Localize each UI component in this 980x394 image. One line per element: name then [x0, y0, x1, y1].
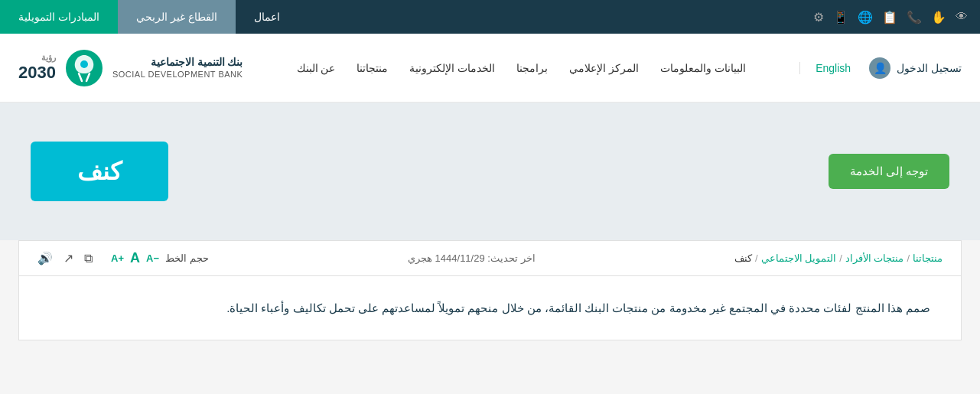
- breadcrumb-social-finance[interactable]: التمويل الاجتماعي: [761, 252, 837, 264]
- nav-products[interactable]: منتجاتنا: [357, 62, 388, 74]
- toolbar-icons: ⧉ ↗ 🔊: [37, 251, 93, 265]
- nav-media[interactable]: المركز الإعلامي: [569, 62, 639, 74]
- hero-section: توجه إلى الخدمة كنف: [0, 103, 980, 240]
- main-header: تسجيل الدخول 👤 English البيانات والمعلوم…: [0, 34, 980, 103]
- breadcrumb-current: كنف: [734, 252, 752, 264]
- logo-text: بنك التنمية الاجتماعية SOCIAL DEVELOPMEN…: [112, 55, 243, 80]
- header-right: بنك التنمية الاجتماعية SOCIAL DEVELOPMEN…: [18, 49, 243, 87]
- network-icon[interactable]: 🌐: [858, 10, 873, 24]
- last-updated: اخر تحديث: 1444/11/29 هجري: [408, 252, 536, 264]
- audio-icon[interactable]: 🔊: [37, 251, 53, 265]
- font-decrease-button[interactable]: −A: [146, 252, 159, 264]
- top-navigation: 👁 ✋ 📞 📋 🌐 📱 ⚙ اعمال القطاع غير الربحي ال…: [0, 0, 980, 34]
- logo-english: SOCIAL DEVELOPMENT BANK: [112, 69, 243, 80]
- hero-title: كنف: [31, 142, 168, 201]
- main-navigation: البيانات والمعلومات المركز الإعلامي برام…: [297, 62, 747, 74]
- logo-area: بنك التنمية الاجتماعية SOCIAL DEVELOPMEN…: [18, 49, 243, 87]
- top-nav-nonprofit[interactable]: القطاع غير الربحي: [118, 0, 236, 34]
- nav-eservices[interactable]: الخدمات الإلكترونية: [409, 62, 495, 74]
- user-avatar-icon: 👤: [869, 57, 890, 79]
- toolbar-section: منتجاتنا / منتجات الأفراد / التمويل الاج…: [18, 240, 962, 276]
- top-nav-icons-group: 👁 ✋ 📞 📋 🌐 📱 ⚙: [298, 0, 980, 34]
- service-button[interactable]: توجه إلى الخدمة: [829, 154, 949, 189]
- nav-about[interactable]: عن البنك: [297, 62, 336, 74]
- nav-programs[interactable]: برامجنا: [516, 62, 548, 74]
- header-left: تسجيل الدخول 👤 English: [799, 57, 962, 79]
- font-normal-button[interactable]: A: [130, 250, 140, 266]
- font-increase-button[interactable]: +A: [111, 252, 124, 264]
- breadcrumb-home[interactable]: منتجاتنا: [913, 252, 943, 264]
- eye-icon[interactable]: 👁: [956, 10, 968, 24]
- hand-icon[interactable]: ✋: [931, 10, 946, 24]
- bank-logo-icon: [65, 49, 103, 87]
- nav-data[interactable]: البيانات والمعلومات: [660, 62, 746, 74]
- breadcrumb-sep-3: /: [755, 252, 758, 264]
- logo-arabic: بنك التنمية الاجتماعية: [112, 55, 243, 69]
- content-text: صمم هذا المنتج لفئات محددة في المجتمع غي…: [50, 298, 930, 318]
- breadcrumb-individuals[interactable]: منتجات الأفراد: [845, 252, 904, 264]
- svg-point-1: [80, 60, 88, 68]
- vision-2030-logo: رؤية 2030: [18, 53, 56, 83]
- login-label: تسجيل الدخول: [897, 62, 962, 74]
- breadcrumb: منتجاتنا / منتجات الأفراد / التمويل الاج…: [734, 252, 943, 264]
- font-size-control: حجم الخط −A A +A: [111, 250, 209, 266]
- share-icon[interactable]: ↗: [63, 251, 73, 265]
- breadcrumb-sep-2: /: [839, 252, 842, 264]
- top-nav-initiatives[interactable]: المبادرات التمويلية: [0, 0, 118, 34]
- content-section: صمم هذا المنتج لفئات محددة في المجتمع غي…: [18, 276, 962, 340]
- login-button[interactable]: تسجيل الدخول 👤: [869, 57, 962, 79]
- mobile-icon[interactable]: 📱: [833, 10, 848, 24]
- phone-icon[interactable]: 📞: [907, 10, 922, 24]
- font-size-label: حجم الخط: [165, 252, 209, 264]
- copy-icon[interactable]: ⧉: [84, 252, 93, 265]
- breadcrumb-sep-1: /: [907, 252, 910, 264]
- document-icon[interactable]: 📋: [882, 10, 897, 24]
- language-switch[interactable]: English: [799, 62, 851, 74]
- settings-icon[interactable]: ⚙: [813, 10, 824, 24]
- toolbar-right: حجم الخط −A A +A ⧉ ↗ 🔊: [37, 250, 209, 266]
- top-nav-amal[interactable]: اعمال: [236, 0, 298, 34]
